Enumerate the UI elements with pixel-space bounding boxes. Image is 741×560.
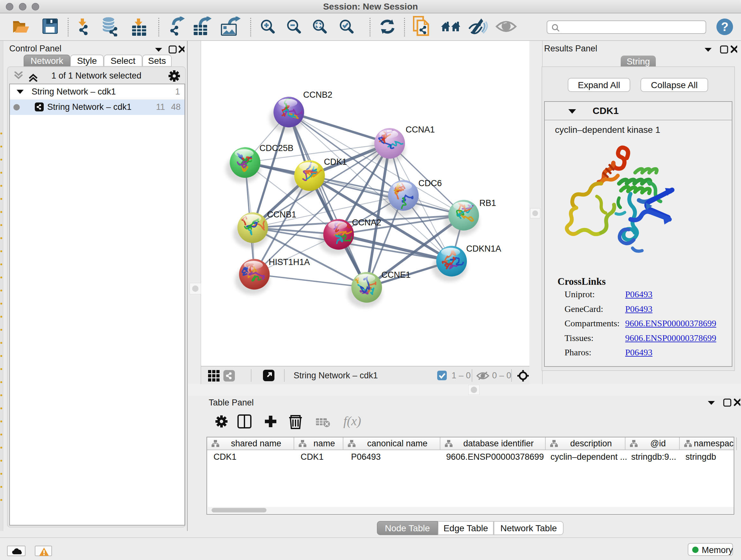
svg-text:RB1: RB1	[479, 198, 496, 208]
svg-text:CCNB2: CCNB2	[303, 90, 333, 100]
svg-text:CDKN1A: CDKN1A	[466, 244, 501, 253]
svg-text:CCNA2: CCNA2	[352, 218, 381, 227]
svg-text:f(x): f(x)	[343, 414, 361, 428]
svg-text:CDC25B: CDC25B	[259, 143, 293, 153]
svg-text:HIST1H1A: HIST1H1A	[269, 257, 310, 267]
svg-text:CDK1: CDK1	[324, 157, 347, 167]
svg-text:CCNB1: CCNB1	[267, 210, 296, 219]
svg-text:CCNA1: CCNA1	[406, 125, 435, 134]
svg-text:CCNE1: CCNE1	[381, 270, 411, 280]
svg-text:CDC6: CDC6	[418, 179, 442, 188]
